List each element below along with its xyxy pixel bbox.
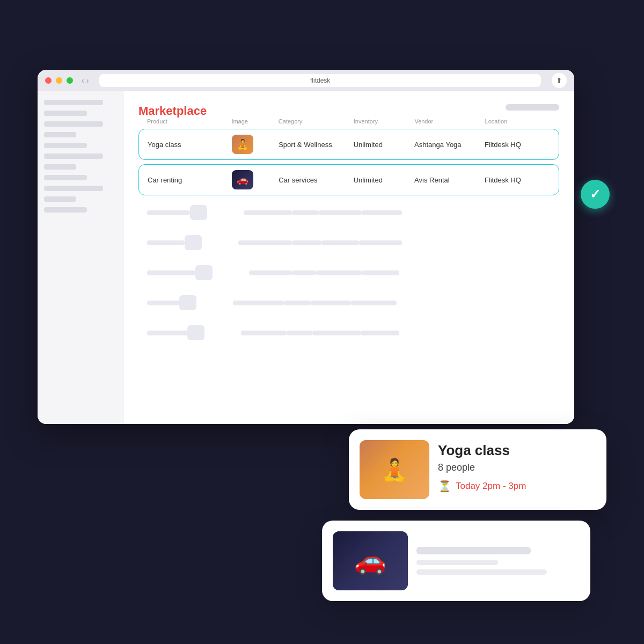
header-category: Category bbox=[279, 118, 354, 125]
table-row-car[interactable]: Car renting 🚗 Car services Unlimited Avi… bbox=[138, 164, 559, 195]
hourglass-icon: ⏳ bbox=[438, 480, 451, 493]
car-figure-icon: 🚗 bbox=[354, 546, 386, 576]
placeholder-row-1 bbox=[138, 200, 559, 225]
category-car: Car services bbox=[279, 176, 354, 184]
ph-5-3 bbox=[287, 331, 312, 335]
ph-3-4 bbox=[316, 270, 362, 275]
yoga-card-image: 🧘 bbox=[360, 440, 429, 499]
header-product: Product bbox=[147, 118, 231, 125]
minimize-button[interactable] bbox=[56, 77, 62, 84]
image-cell-car: 🚗 bbox=[232, 170, 279, 189]
car-card-image: 🚗 bbox=[333, 531, 408, 590]
yoga-detail-card[interactable]: 🧘 Yoga class 8 people ⏳ Today 2pm - 3pm bbox=[349, 429, 606, 510]
ph-2-5 bbox=[359, 240, 402, 245]
check-badge: ✓ bbox=[581, 180, 610, 209]
forward-arrow[interactable]: › bbox=[86, 76, 89, 85]
sidebar-item-4[interactable] bbox=[44, 132, 76, 137]
ph-2-3 bbox=[292, 240, 321, 245]
sidebar-item-1[interactable] bbox=[44, 100, 103, 105]
browser-titlebar: ‹ › flitdesk ⬆ bbox=[38, 70, 574, 91]
ph-1-1 bbox=[147, 210, 190, 215]
ph-3-2 bbox=[249, 270, 292, 275]
ph-2-img bbox=[185, 235, 238, 250]
sidebar-item-2[interactable] bbox=[44, 111, 87, 116]
browser-body: Marketplace Product Image Category Inven… bbox=[38, 91, 574, 424]
ph-5-1 bbox=[147, 331, 187, 335]
car-card-content bbox=[416, 547, 580, 575]
main-content: Marketplace Product Image Category Inven… bbox=[123, 91, 574, 424]
ph-1-5 bbox=[362, 210, 402, 215]
ph-2-4 bbox=[321, 240, 359, 245]
yoga-card-time: ⏳ Today 2pm - 3pm bbox=[438, 480, 596, 493]
sidebar-item-11[interactable] bbox=[44, 207, 87, 213]
category-yoga: Sport & Wellness bbox=[279, 141, 354, 149]
yoga-card-people: 8 people bbox=[438, 462, 596, 473]
product-name-yoga: Yoga class bbox=[148, 141, 232, 149]
placeholder-row-5 bbox=[138, 320, 559, 346]
ph-3-img bbox=[195, 265, 249, 280]
ph-2-2 bbox=[238, 240, 292, 245]
location-yoga: Flitdesk HQ bbox=[485, 141, 550, 149]
ph-4-5 bbox=[351, 301, 397, 305]
table-row-yoga[interactable]: Yoga class 🧘 Sport & Wellness Unlimited … bbox=[138, 129, 559, 160]
url-bar[interactable]: flitdesk bbox=[99, 74, 541, 87]
sidebar-item-8[interactable] bbox=[44, 175, 87, 180]
location-car: Flitdesk HQ bbox=[485, 176, 550, 184]
car-thumbnail: 🚗 bbox=[232, 170, 253, 189]
ph-3-3 bbox=[292, 270, 316, 275]
browser-action-btn[interactable]: ⬆ bbox=[552, 73, 567, 88]
sidebar-item-5[interactable] bbox=[44, 143, 87, 148]
share-icon: ⬆ bbox=[556, 76, 562, 85]
image-cell-yoga: 🧘 bbox=[232, 135, 279, 154]
header-location: Location bbox=[485, 118, 551, 125]
add-product-btn[interactable] bbox=[506, 104, 559, 111]
ph-1-img bbox=[190, 205, 244, 220]
ph-1-4 bbox=[319, 210, 362, 215]
car-sub-placeholder bbox=[416, 560, 498, 565]
car-detail-card[interactable]: 🚗 bbox=[322, 521, 590, 601]
close-button[interactable] bbox=[45, 77, 52, 84]
sidebar-item-10[interactable] bbox=[44, 196, 76, 202]
back-arrow[interactable]: ‹ bbox=[82, 76, 84, 85]
maximize-button[interactable] bbox=[67, 77, 73, 84]
ph-4-1 bbox=[147, 301, 179, 305]
sidebar-item-3[interactable] bbox=[44, 121, 103, 127]
ph-3-5 bbox=[362, 270, 399, 275]
page-title: Marketplace bbox=[138, 104, 207, 118]
product-name-car: Car renting bbox=[148, 176, 232, 184]
header-inventory: Inventory bbox=[354, 118, 415, 125]
header-image: Image bbox=[231, 118, 278, 125]
yoga-card-content: Yoga class 8 people ⏳ Today 2pm - 3pm bbox=[438, 440, 596, 493]
vendor-car: Avis Rental bbox=[414, 176, 485, 184]
placeholder-row-3 bbox=[138, 260, 559, 286]
check-icon: ✓ bbox=[590, 187, 601, 202]
ph-4-2 bbox=[233, 301, 284, 305]
ph-4-4 bbox=[311, 301, 351, 305]
placeholder-row-4 bbox=[138, 290, 559, 316]
car-image-bg: 🚗 bbox=[333, 531, 408, 590]
ph-5-5 bbox=[361, 331, 399, 335]
ph-5-img bbox=[187, 325, 241, 340]
sidebar-item-7[interactable] bbox=[44, 164, 76, 170]
yoga-thumbnail: 🧘 bbox=[232, 135, 253, 154]
placeholder-row-2 bbox=[138, 230, 559, 255]
yoga-figure-icon: 🧘 bbox=[381, 457, 408, 482]
car-tag-placeholder bbox=[416, 569, 547, 575]
sidebar-item-6[interactable] bbox=[44, 153, 103, 159]
sidebar-item-9[interactable] bbox=[44, 186, 103, 191]
ph-5-2 bbox=[241, 331, 287, 335]
yoga-time-text: Today 2pm - 3pm bbox=[456, 481, 526, 492]
car-title-placeholder bbox=[416, 547, 531, 554]
ph-3-1 bbox=[147, 270, 195, 275]
inventory-car: Unlimited bbox=[354, 176, 414, 184]
ph-1-2 bbox=[244, 210, 292, 215]
ph-1-3 bbox=[292, 210, 319, 215]
ph-5-4 bbox=[312, 331, 361, 335]
ph-2-1 bbox=[147, 240, 185, 245]
browser-window: ‹ › flitdesk ⬆ bbox=[38, 70, 574, 424]
main-relative: Marketplace bbox=[138, 104, 559, 118]
ph-4-img bbox=[179, 295, 233, 310]
vendor-yoga: Ashtanga Yoga bbox=[414, 141, 485, 149]
header-vendor: Vendor bbox=[414, 118, 485, 125]
nav-arrows: ‹ › bbox=[82, 76, 89, 85]
